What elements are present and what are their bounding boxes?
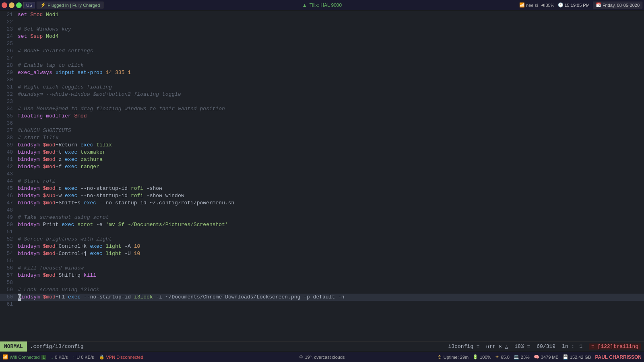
app-title-icon: ▲ xyxy=(302,2,307,8)
line-num-43: 43 xyxy=(0,171,16,178)
dot-yellow[interactable] xyxy=(9,2,14,8)
token-op: -U xyxy=(122,251,134,257)
token-val: texmaker xyxy=(80,149,105,155)
ln-label: ln : 1 xyxy=(562,343,582,350)
token-op: --no-startup-id xyxy=(77,185,131,191)
topbar-right: 📶 nee si ◀ 35% 🕐 15:19:05 PM 📅 Friday, 0… xyxy=(519,2,642,8)
token-var: $mod xyxy=(43,294,56,300)
line-num-50: 50 xyxy=(0,221,16,228)
app-title: Tilix: HAL 9000 xyxy=(310,2,342,8)
upload-item: ↑ U 0 KB/s xyxy=(73,355,94,360)
line-num-22: 22 xyxy=(0,19,16,26)
line-num-27: 27 xyxy=(0,55,16,62)
line-num-39: 39 xyxy=(0,142,16,149)
download-icon: ↓ xyxy=(51,355,54,360)
code-line-59: 59# Lock screen using i3lock xyxy=(0,286,644,294)
line-content-38: # start Tilix xyxy=(16,134,58,142)
token-kw: exec_always xyxy=(18,70,52,76)
token-val: rofi xyxy=(131,185,143,191)
code-line-49: 49# Take screenshot using scrot xyxy=(0,214,644,221)
code-line-38: 38# start Tilix xyxy=(0,134,644,142)
brightness-item: ☀ 65.0 xyxy=(495,354,509,360)
editor[interactable]: 21set $mod Mod12223# Set Windows key24se… xyxy=(0,10,644,341)
line-num-30: 30 xyxy=(0,76,16,84)
mem-icon: 🧠 xyxy=(534,354,539,360)
token-var: $mod xyxy=(43,142,55,148)
token-str: 'mv $f ~/Documents/Pictures/Screenshot' xyxy=(105,222,228,228)
line-num-28: 28 xyxy=(0,62,16,69)
token-cmd: exec xyxy=(65,193,77,199)
token-op xyxy=(77,156,80,162)
line-num-38: 38 xyxy=(0,134,16,142)
token-op: Print xyxy=(40,222,62,228)
token-var: $sup xyxy=(43,193,55,199)
line-content-42: bindsym $mod+f exec ranger xyxy=(16,163,99,171)
token-cmt: # Use Mouse+$mod to drag floating window… xyxy=(18,106,225,112)
line-content-22 xyxy=(16,19,18,26)
token-cmd: exec xyxy=(80,142,93,148)
token-var: $mod xyxy=(43,251,55,257)
token-cmd: exec xyxy=(65,156,77,162)
code-line-56: 56# kill focused window xyxy=(0,265,644,272)
wifi-item: 📶 nee si xyxy=(519,2,538,8)
token-kw: kill xyxy=(84,272,96,278)
code-line-31: 31# Right click toggles floating xyxy=(0,84,644,91)
vpn-item: 🔒 VPN Disconnected xyxy=(99,354,143,360)
token-kw: bindsym xyxy=(18,156,40,162)
code-line-52: 52# Screen brightness with light xyxy=(0,236,644,243)
bottombar: 📶 Wifi Connected 1 ↓ 0 KB/s ↑ U 0 KB/s 🔒… xyxy=(0,352,644,362)
dot-green[interactable] xyxy=(16,2,22,8)
token-cmt: # Screen brightness with light xyxy=(18,236,112,242)
token-op: +Shift+s xyxy=(56,200,84,206)
code-line-50: 50bindsym Print exec scrot -e 'mv $f ~/D… xyxy=(0,221,644,228)
token-kw: bindsym xyxy=(18,142,40,148)
line-content-49: # Take screenshot using scrot xyxy=(16,214,109,221)
code-line-55: 55 xyxy=(0,257,644,265)
batt-icon: 🔋 xyxy=(473,354,478,360)
line-content-37: #LAUNCH SHORTCUTS xyxy=(16,127,71,134)
uptime-icon: ⏱ xyxy=(438,355,442,360)
code-line-36: 36 xyxy=(0,120,644,127)
flag-label[interactable]: US xyxy=(23,2,35,8)
batt-val: 100% xyxy=(480,355,491,360)
code-line-25: 25 xyxy=(0,40,644,47)
line-num-26: 26 xyxy=(0,47,16,55)
token-num: 10 xyxy=(134,243,140,249)
token-cmd: exec xyxy=(65,185,77,191)
line-num-35: 35 xyxy=(0,113,16,120)
line-num-53: 53 xyxy=(0,243,16,250)
dot-red[interactable] xyxy=(2,2,7,8)
battery-label: Plugged In | Fully Charged xyxy=(47,3,100,8)
line-num-51: 51 xyxy=(0,228,16,236)
token-val: zathura xyxy=(80,156,103,162)
token-cmt: # MOUSE related settings xyxy=(18,48,93,54)
cpu-item: 💻 23% xyxy=(514,354,530,360)
code-line-44: 44# Start rofi xyxy=(0,178,644,185)
token-cmd: exec xyxy=(90,243,102,249)
line-content-34: # Use Mouse+$mod to drag floating window… xyxy=(16,105,225,113)
line-content-21: set $mod Mod1 xyxy=(16,11,58,19)
code-line-57: 57bindsym $mod+Shift+q kill xyxy=(0,272,644,279)
disk-item: 💾 152.42 GB xyxy=(563,354,591,360)
wifi-conn-icon: 📶 xyxy=(2,354,8,360)
token-op xyxy=(77,149,80,155)
line-num-24: 24 xyxy=(0,33,16,40)
line-num-32: 32 xyxy=(0,91,16,98)
line-num-42: 42 xyxy=(0,163,16,171)
brand-label: PAUL CHARRISSON xyxy=(595,354,642,360)
topbar-left: US ⚡ Plugged In | Fully Charged xyxy=(2,2,103,8)
token-cmd: exec xyxy=(68,294,80,300)
line-content-54: bindsym $mod+Control+j exec light -U 10 xyxy=(16,250,140,257)
line-num-33: 33 xyxy=(0,98,16,105)
download-val: 0 KB/s xyxy=(55,355,68,360)
token-cmd: xinput xyxy=(56,70,74,76)
weather-label: 19°, overcast clouds xyxy=(305,355,345,360)
code-line-51: 51 xyxy=(0,228,644,236)
line-content-47: bindsym $mod+Shift+s exec --no-startup-i… xyxy=(16,200,234,207)
code-line-32: 32#bindsym --whole-window $mod+button2 f… xyxy=(0,91,644,98)
line-num-57: 57 xyxy=(0,272,16,279)
line-num-61: 61 xyxy=(0,301,16,308)
token-val: scrot xyxy=(77,222,93,228)
token-kw: bindsym xyxy=(18,222,40,228)
line-content-35: floating_modifier $mod xyxy=(16,113,87,120)
